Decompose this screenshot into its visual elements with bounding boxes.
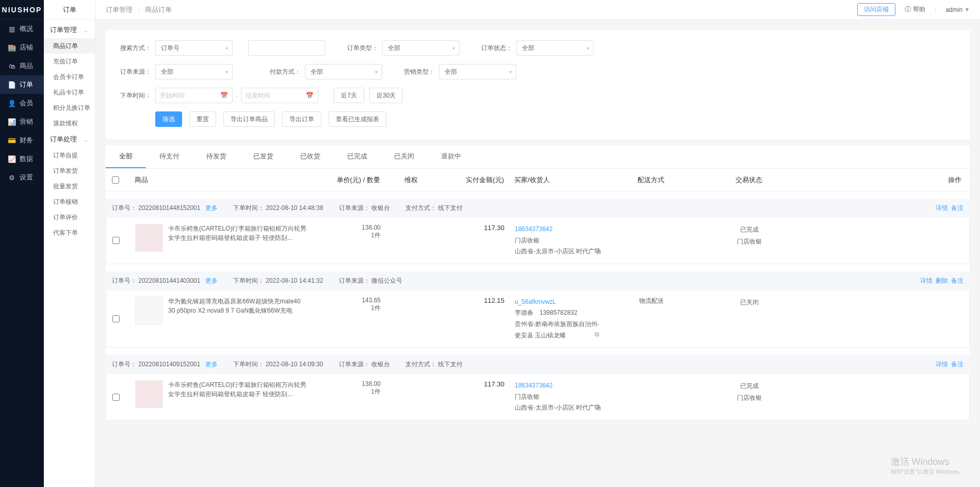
- order-more-link[interactable]: 更多: [205, 277, 218, 284]
- chevron-down-icon: ▾: [375, 69, 378, 75]
- chevron-down-icon: ▼: [965, 7, 970, 12]
- order-status-select[interactable]: 全部▾: [516, 40, 594, 56]
- export-order-goods-button[interactable]: 导出订单商品: [223, 111, 275, 127]
- select-all-checkbox[interactable]: [112, 176, 119, 184]
- nav-item-店铺[interactable]: 🏬店铺: [0, 38, 44, 57]
- submenu-item-订单核销[interactable]: 订单核销: [44, 194, 95, 209]
- last-30-days-button[interactable]: 近30天: [369, 88, 403, 103]
- calendar-icon: 📅: [306, 92, 314, 99]
- submenu-item-积分兑换订单[interactable]: 积分兑换订单: [44, 100, 95, 116]
- ship-method: [602, 380, 700, 414]
- nav-item-会员[interactable]: 👤会员: [0, 94, 44, 112]
- breadcrumb: 订单管理 - 商品订单: [106, 5, 172, 14]
- copy-icon[interactable]: ⧉: [595, 329, 599, 340]
- nav-item-数据[interactable]: 📈数据: [0, 150, 44, 168]
- tab-已完成[interactable]: 已完成: [334, 145, 381, 168]
- view-reports-button[interactable]: 查看已生成报表: [329, 111, 386, 127]
- order-checkbox[interactable]: [112, 237, 120, 244]
- submenu-item-充值订单[interactable]: 充值订单: [44, 54, 95, 69]
- th-ship: 配送方式: [602, 175, 700, 185]
- ship-method: [602, 224, 700, 257]
- visit-shop-button[interactable]: 访问店铺: [857, 3, 895, 16]
- paid-amount: 112.15: [443, 297, 504, 341]
- label-order-source: 订单来源：: [114, 68, 155, 76]
- help-icon: ⓘ: [905, 5, 911, 14]
- price-qty: 143.651件: [314, 297, 381, 341]
- order-detail-link[interactable]: 详情: [936, 204, 948, 213]
- submenu-item-批量发货[interactable]: 批量发货: [44, 178, 95, 194]
- nav-item-设置[interactable]: ⚙设置: [0, 168, 44, 187]
- nav-item-营销[interactable]: 📊营销: [0, 112, 44, 131]
- nav-icon: 📊: [8, 118, 15, 125]
- submenu-item-商品订单[interactable]: 商品订单: [44, 38, 95, 54]
- submenu-item-订单评价[interactable]: 订单评价: [44, 209, 95, 225]
- label-pay-type: 付款方式：: [248, 68, 305, 76]
- buyer-phone[interactable]: u_56afkmvwzL: [515, 297, 602, 308]
- nav-item-商品[interactable]: 🛍商品: [0, 57, 44, 75]
- tab-退款中[interactable]: 退款中: [428, 145, 475, 168]
- order-remark-link[interactable]: 备注: [951, 204, 963, 213]
- order-type-select[interactable]: 全部▾: [382, 40, 460, 56]
- price-qty: 138.001件: [314, 224, 381, 257]
- order-remark-link[interactable]: 备注: [951, 360, 963, 369]
- order-remark-link[interactable]: 备注: [951, 277, 963, 285]
- copy-icon[interactable]: ⧉: [595, 401, 599, 413]
- order-source-select[interactable]: 全部▾: [155, 64, 233, 79]
- nav-item-财务[interactable]: 💳财务: [0, 131, 44, 150]
- submenu-item-订单自提[interactable]: 订单自提: [44, 148, 95, 163]
- submenu-item-订单发货[interactable]: 订单发货: [44, 163, 95, 178]
- order-detail-link[interactable]: 详情: [936, 360, 948, 369]
- marketing-type-select[interactable]: 全部▾: [439, 64, 516, 79]
- th-op: 操作: [798, 175, 963, 185]
- order-delete-link[interactable]: 删除: [936, 277, 948, 285]
- th-rights: 维权: [380, 175, 442, 185]
- tab-已关闭[interactable]: 已关闭: [381, 145, 428, 168]
- export-orders-button[interactable]: 导出订单: [282, 111, 321, 127]
- pay-type-select[interactable]: 全部▾: [305, 64, 382, 79]
- tab-待发货[interactable]: 待发货: [193, 145, 240, 168]
- order-more-link[interactable]: 更多: [205, 204, 218, 212]
- submenu-group-订单处理[interactable]: 订单处理⌄: [44, 131, 95, 148]
- nav-icon: 📈: [8, 155, 15, 163]
- nav-item-概况[interactable]: ▥概况: [0, 20, 44, 38]
- nav-icon: 👤: [8, 100, 15, 107]
- search-type-select[interactable]: 订单号▾: [155, 40, 233, 56]
- tab-待支付[interactable]: 待支付: [146, 145, 193, 168]
- submenu-item-会员卡订单[interactable]: 会员卡订单: [44, 69, 95, 85]
- submenu-item-礼品卡订单[interactable]: 礼品卡订单: [44, 85, 95, 100]
- product-name: 华为氮化镓超薄充电器原装66W超级快充mate40 30 p50pro X2 n…: [168, 297, 307, 341]
- submenu-item-退款维权[interactable]: 退款维权: [44, 116, 95, 131]
- tab-已收货[interactable]: 已收货: [287, 145, 334, 168]
- trade-status: 已完成门店收银: [700, 380, 798, 414]
- chevron-down-icon: ▾: [586, 45, 589, 51]
- tab-已发货[interactable]: 已发货: [240, 145, 287, 168]
- nav-item-订单[interactable]: 📄订单: [0, 75, 44, 94]
- nav-icon: 🏬: [8, 44, 15, 51]
- label-order-type: 订单类型：: [341, 44, 382, 53]
- label-search-type: 搜索方式：: [114, 44, 155, 53]
- th-pay: 实付金额(元): [442, 175, 504, 185]
- tab-全部[interactable]: 全部: [106, 145, 146, 168]
- order-more-link[interactable]: 更多: [205, 361, 218, 368]
- order-checkbox[interactable]: [112, 315, 120, 322]
- start-date-input[interactable]: 开始时间 📅: [155, 88, 233, 103]
- help-link[interactable]: ⓘ 帮助: [905, 5, 925, 14]
- user-menu[interactable]: admin ▼: [945, 6, 970, 13]
- trade-status: 已完成门店收银: [700, 224, 798, 257]
- filter-button[interactable]: 筛选: [155, 111, 182, 127]
- last-7-days-button[interactable]: 近7天: [334, 88, 364, 103]
- submenu-item-代客下单[interactable]: 代客下单: [44, 225, 95, 240]
- label-marketing-type: 营销类型：: [398, 68, 439, 76]
- order-checkbox[interactable]: [112, 394, 120, 401]
- order-header: 订单号： 202208101448152001 更多下单时间： 2022-08-…: [106, 199, 970, 218]
- reset-button[interactable]: 重置: [189, 111, 216, 127]
- copy-icon[interactable]: ⧉: [595, 245, 599, 256]
- buyer-phone[interactable]: 18634373642: [515, 224, 602, 235]
- submenu-group-订单管理[interactable]: 订单管理⌄: [44, 22, 95, 38]
- order-detail-link[interactable]: 详情: [920, 277, 933, 285]
- buyer-phone[interactable]: 18634373642: [515, 380, 602, 392]
- chevron-down-icon: ▾: [225, 45, 228, 51]
- calendar-icon: 📅: [220, 92, 228, 99]
- search-input[interactable]: [248, 40, 325, 56]
- end-date-input[interactable]: 结束时间 📅: [241, 88, 318, 103]
